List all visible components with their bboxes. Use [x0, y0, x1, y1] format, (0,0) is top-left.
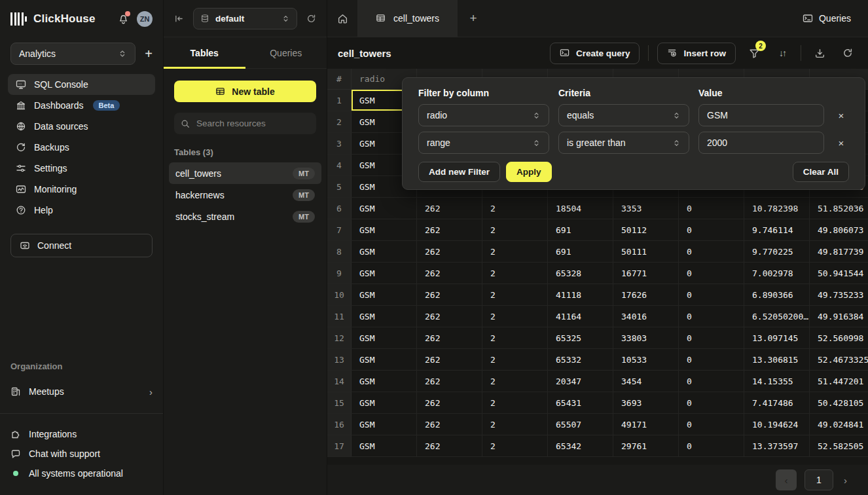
- grid-cell-area[interactable]: 41164: [548, 306, 613, 327]
- row-number[interactable]: 7: [327, 219, 352, 240]
- grid-cell-cell[interactable]: 50112: [613, 219, 679, 240]
- grid-cell-radio[interactable]: GSM: [352, 435, 417, 456]
- grid-cell-lon[interactable]: 10.194624: [744, 414, 810, 435]
- grid-cell-lat[interactable]: 50.941544: [810, 263, 868, 284]
- avatar[interactable]: ZN: [137, 11, 153, 27]
- refresh-icon[interactable]: [306, 14, 316, 24]
- grid-cell-mcc[interactable]: 262: [417, 371, 482, 392]
- grid-cell-radio[interactable]: GSM: [352, 306, 417, 327]
- grid-cell-lat[interactable]: 49.916384: [810, 306, 868, 327]
- grid-cell-net[interactable]: 2: [482, 263, 548, 284]
- row-number[interactable]: 5: [327, 176, 352, 197]
- sidebar-item-settings[interactable]: Settings: [8, 158, 155, 179]
- notifications-bell-icon[interactable]: [118, 13, 129, 24]
- database-select[interactable]: default: [193, 8, 297, 29]
- sidebar-item-sql-console[interactable]: SQL Console: [8, 74, 155, 95]
- grid-cell-unit[interactable]: 0: [679, 349, 744, 370]
- refresh-button[interactable]: [838, 43, 858, 63]
- row-number[interactable]: 8: [327, 241, 352, 262]
- grid-cell-lat[interactable]: 50.428105: [810, 392, 868, 413]
- connect-button[interactable]: Connect: [10, 234, 153, 257]
- clear-all-filters-button[interactable]: Clear All: [793, 162, 849, 182]
- grid-cell-cell[interactable]: 50111: [613, 241, 679, 262]
- grid-cell-radio[interactable]: GSM: [352, 371, 417, 392]
- system-status-row[interactable]: All systems operational: [10, 464, 153, 483]
- grid-cell-radio[interactable]: GSM: [352, 284, 417, 305]
- sidebar-item-data-sources[interactable]: Data sources: [8, 116, 155, 137]
- tab-queries[interactable]: Queries: [245, 37, 327, 68]
- grid-cell-mcc[interactable]: 262: [417, 327, 482, 348]
- collapse-panel-icon[interactable]: [174, 14, 184, 24]
- row-number[interactable]: 9: [327, 263, 352, 284]
- grid-cell-unit[interactable]: 0: [679, 371, 744, 392]
- row-number[interactable]: 13: [327, 349, 352, 370]
- filter-column-select[interactable]: radio: [418, 104, 549, 126]
- grid-cell-net[interactable]: 2: [482, 327, 548, 348]
- filter-criteria-select[interactable]: is greater than: [558, 132, 689, 154]
- grid-cell-lon[interactable]: 9.746114: [744, 219, 810, 240]
- workspace-select[interactable]: Analytics: [10, 43, 136, 65]
- grid-cell-area[interactable]: 65342: [548, 435, 613, 456]
- grid-cell-lat[interactable]: 52.582505: [810, 435, 868, 456]
- grid-cell-lat[interactable]: 49.024841: [810, 414, 868, 435]
- grid-cell-mcc[interactable]: 262: [417, 198, 482, 219]
- table-item-stocks-stream[interactable]: stocks_stream MT: [169, 206, 321, 227]
- grid-cell-area[interactable]: 65325: [548, 327, 613, 348]
- grid-cell-radio[interactable]: GSM: [352, 198, 417, 219]
- grid-cell-radio[interactable]: GSM: [352, 241, 417, 262]
- grid-cell-lon[interactable]: 7.417486: [744, 392, 810, 413]
- current-page-indicator[interactable]: 1: [805, 469, 833, 490]
- grid-cell-mcc[interactable]: 262: [417, 219, 482, 240]
- grid-cell-lat[interactable]: 49.806073: [810, 219, 868, 240]
- grid-cell-unit[interactable]: 0: [679, 241, 744, 262]
- grid-cell-cell[interactable]: 29761: [613, 435, 679, 456]
- grid-cell-radio[interactable]: GSM: [352, 414, 417, 435]
- grid-cell-net[interactable]: 2: [482, 306, 548, 327]
- grid-cell-radio[interactable]: GSM: [352, 263, 417, 284]
- apply-filter-button[interactable]: Apply: [506, 162, 552, 182]
- grid-cell-cell[interactable]: 10533: [613, 349, 679, 370]
- grid-cell-area[interactable]: 18504: [548, 198, 613, 219]
- row-number[interactable]: 2: [327, 111, 352, 132]
- row-number[interactable]: 10: [327, 284, 352, 305]
- filter-value-input[interactable]: [698, 132, 824, 154]
- grid-cell-radio[interactable]: GSM: [352, 327, 417, 348]
- home-button[interactable]: [327, 0, 357, 37]
- grid-cell-unit[interactable]: 0: [679, 263, 744, 284]
- sidebar-item-backups[interactable]: Backups: [8, 137, 155, 158]
- grid-cell-lon[interactable]: 6.52050200…: [744, 306, 810, 327]
- row-number[interactable]: 6: [327, 198, 352, 219]
- row-number[interactable]: 11: [327, 306, 352, 327]
- grid-cell-area[interactable]: 65431: [548, 392, 613, 413]
- sidebar-item-help[interactable]: Help: [8, 200, 155, 221]
- sort-button[interactable]: ↓↑: [772, 43, 792, 63]
- new-table-button[interactable]: New table: [174, 81, 316, 102]
- table-item-hackernews[interactable]: hackernews MT: [169, 184, 321, 206]
- grid-cell-net[interactable]: 2: [482, 219, 548, 240]
- grid-cell-unit[interactable]: 0: [679, 284, 744, 305]
- row-number[interactable]: 3: [327, 133, 352, 154]
- row-number[interactable]: 17: [327, 435, 352, 456]
- grid-cell-lat[interactable]: 49.735233: [810, 284, 868, 305]
- grid-cell-net[interactable]: 2: [482, 349, 548, 370]
- grid-cell-cell[interactable]: 16771: [613, 263, 679, 284]
- grid-cell-net[interactable]: 2: [482, 198, 548, 219]
- grid-cell-lat[interactable]: 52.4673325: [810, 349, 868, 370]
- grid-cell-mcc[interactable]: 262: [417, 284, 482, 305]
- add-new-filter-button[interactable]: Add new Filter: [418, 162, 500, 182]
- grid-cell-area[interactable]: 65328: [548, 263, 613, 284]
- grid-cell-lat[interactable]: 51.852036: [810, 198, 868, 219]
- grid-cell-lon[interactable]: 7.002978: [744, 263, 810, 284]
- row-number[interactable]: 15: [327, 392, 352, 413]
- tab-tables[interactable]: Tables: [164, 37, 245, 68]
- grid-cell-cell[interactable]: 49171: [613, 414, 679, 435]
- previous-page-button[interactable]: ‹: [776, 469, 797, 490]
- grid-cell-radio[interactable]: GSM: [352, 392, 417, 413]
- grid-cell-area[interactable]: 691: [548, 219, 613, 240]
- grid-cell-cell[interactable]: 3693: [613, 392, 679, 413]
- create-query-button[interactable]: Create query: [550, 43, 640, 64]
- grid-cell-mcc[interactable]: 262: [417, 306, 482, 327]
- add-service-button[interactable]: +: [145, 47, 153, 60]
- grid-cell-lat[interactable]: 49.817739: [810, 241, 868, 262]
- grid-cell-cell[interactable]: 17626: [613, 284, 679, 305]
